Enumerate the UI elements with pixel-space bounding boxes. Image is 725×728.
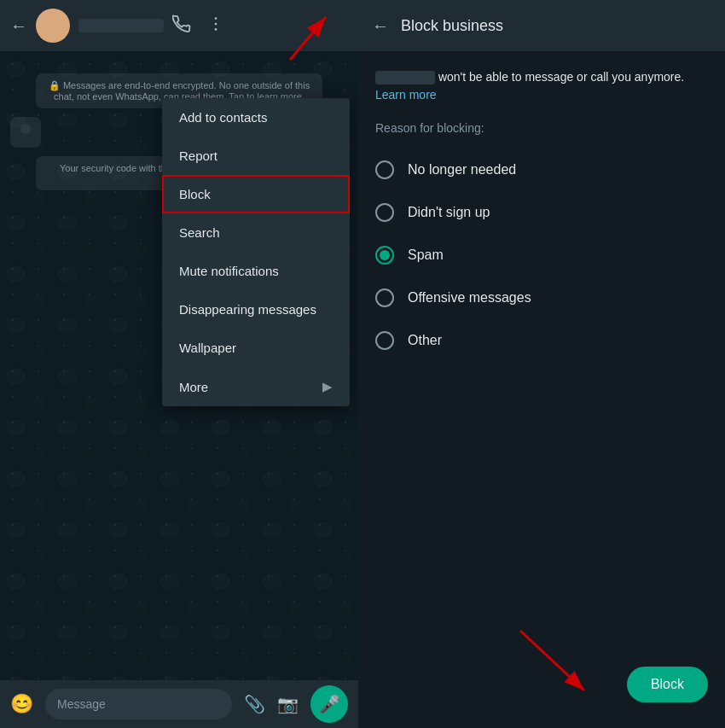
attach-button[interactable]: 📎 (244, 694, 265, 714)
radio-label-0: No longer needed (408, 162, 516, 178)
chat-header: ← (0, 0, 358, 51)
contact-name-blurred (375, 71, 435, 84)
radio-circle-1 (375, 203, 394, 222)
avatar[interactable] (36, 9, 70, 43)
more-options-icon[interactable] (206, 15, 225, 38)
svg-line-9 (520, 631, 584, 690)
menu-item-wallpaper[interactable]: Wallpaper (162, 329, 350, 367)
radio-label-2: Spam (408, 248, 444, 263)
block-button[interactable]: Block (627, 667, 708, 702)
learn-more-link[interactable]: Learn more (375, 88, 437, 102)
radio-spam[interactable]: Spam (375, 234, 708, 277)
page-title: Block business (401, 17, 503, 35)
menu-item-more[interactable]: More ▶ (162, 367, 350, 406)
radio-other[interactable]: Other (375, 319, 708, 362)
radio-circle-2 (375, 246, 394, 265)
message-input-field[interactable]: Message (45, 689, 232, 719)
right-header: ← Block business (358, 0, 725, 51)
radio-circle-3 (375, 288, 394, 307)
menu-item-mute[interactable]: Mute notifications (162, 252, 350, 290)
radio-label-3: Offensive messages (408, 290, 531, 306)
radio-offensive[interactable]: Offensive messages (375, 277, 708, 319)
radio-label-1: Didn't sign up (408, 205, 490, 220)
emoji-button[interactable]: 😊 (10, 693, 33, 715)
header-icons (172, 15, 225, 38)
radio-label-4: Other (408, 333, 442, 348)
menu-item-block[interactable]: Block (162, 175, 350, 213)
radio-didnt-sign-up[interactable]: Didn't sign up (375, 191, 708, 234)
left-panel: ← (0, 0, 358, 728)
reason-label: Reason for blocking: (375, 121, 708, 135)
chat-body: 💬 🔒 🔒 Messages are end-to-end encrypted.… (0, 51, 358, 680)
mic-button[interactable]: 🎤 (310, 685, 348, 723)
menu-item-search[interactable]: Search (162, 213, 350, 252)
video-call-icon[interactable] (172, 15, 191, 38)
radio-circle-0 (375, 160, 394, 179)
right-back-button[interactable]: ← (372, 16, 389, 36)
radio-circle-4 (375, 331, 394, 350)
svg-point-1 (215, 22, 218, 25)
menu-item-report[interactable]: Report (162, 137, 350, 175)
radio-inner-2 (380, 250, 390, 260)
chat-input-bar: 😊 Message 📎 📷 🎤 (0, 680, 358, 728)
radio-no-longer-needed[interactable]: No longer needed (375, 149, 708, 191)
right-panel: ← Block business won't be able to messag… (358, 0, 725, 728)
arrow-to-block-button (503, 622, 606, 711)
svg-point-2 (215, 28, 218, 31)
message-placeholder: Message (57, 697, 106, 711)
right-content: won't be able to message or call you any… (358, 51, 725, 728)
menu-item-add-contacts[interactable]: Add to contacts (162, 98, 350, 137)
svg-point-0 (215, 17, 218, 20)
dropdown-menu: Add to contacts Report Block Search Mute… (162, 98, 350, 406)
contact-name-placeholder (78, 19, 164, 32)
back-button[interactable]: ← (10, 16, 27, 36)
menu-item-disappearing[interactable]: Disappearing messages (162, 290, 350, 329)
block-description: won't be able to message or call you any… (375, 68, 708, 104)
camera-button[interactable]: 📷 (277, 694, 299, 714)
